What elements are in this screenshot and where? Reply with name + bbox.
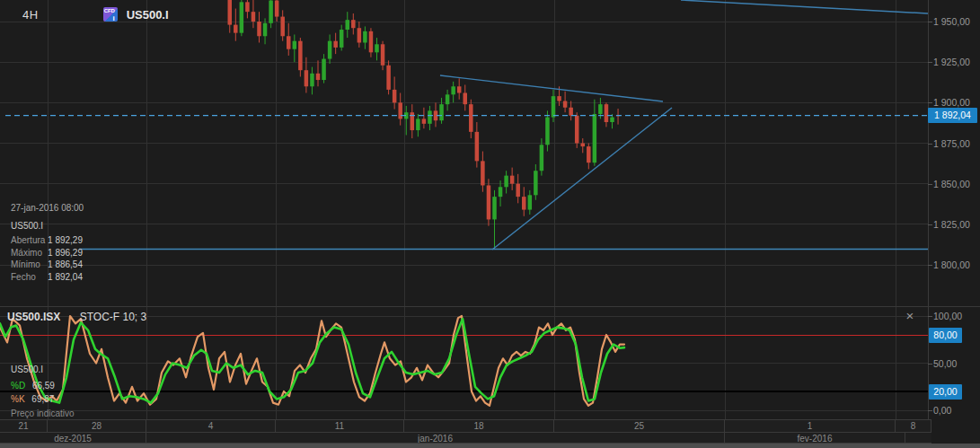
indicator-info-panel: US500.I %D 66,59 %K 69,87 Preço indicati… xyxy=(11,365,75,418)
month-axis-cell[interactable]: dez-2015 xyxy=(0,433,146,443)
price-axis-tick xyxy=(928,144,932,145)
price-axis-label: 1 825,00 xyxy=(933,219,970,230)
day-axis-cell[interactable]: 8 xyxy=(896,420,931,432)
info-instrument: US500.I xyxy=(11,221,83,231)
price-axis-label: 1 800,00 xyxy=(933,259,970,270)
indicator-axis-tick xyxy=(928,364,932,365)
high-value: 1 896,29 xyxy=(48,247,83,259)
cfd-instrument-icon: CFD i xyxy=(103,7,118,22)
high-row: Máximo 1 896,29 xyxy=(11,247,83,259)
price-axis-label: 1 925,00 xyxy=(933,57,970,67)
indicator-header: US500.ISX STOC-F 10; 3 xyxy=(7,311,146,323)
triangle-lower xyxy=(492,108,672,250)
indicator-axis-tick xyxy=(928,316,932,317)
percent-k-value: 69,87 xyxy=(31,394,54,404)
price-axis-tick xyxy=(928,22,932,22)
price-axis-label: 1 850,00 xyxy=(933,179,970,189)
long-downtrend xyxy=(681,0,928,13)
price-axis-label: 1 900,00 xyxy=(933,97,970,108)
low-value: 1 886,54 xyxy=(48,259,83,271)
axis-separator xyxy=(928,0,929,444)
price-axis-tick xyxy=(928,184,932,185)
stochastic-k-line xyxy=(0,316,624,406)
indicator-instrument-title[interactable]: US500.ISX xyxy=(7,311,60,323)
percent-k-row: %K 69,87 xyxy=(11,393,75,407)
indicator-params[interactable]: STOC-F 10; 3 xyxy=(80,311,146,323)
indicator-level-tag: 20,00 xyxy=(929,384,962,400)
crosshair-datetime: 27-jan-2016 08:00 xyxy=(11,203,83,213)
indicator-level-tag: 80,00 xyxy=(929,328,962,343)
price-axis-tick xyxy=(928,102,932,103)
month-axis-cell[interactable]: fev-2016 xyxy=(725,433,905,443)
open-row: Abertura 1 892,29 xyxy=(11,234,83,247)
panel-divider xyxy=(0,306,980,307)
indicative-price-note: Preço indicativo xyxy=(11,408,75,418)
indicator-axis-tick xyxy=(928,410,932,411)
ohlc-info-panel: 27-jan-2016 08:00 US500.I Abertura 1 892… xyxy=(11,203,83,283)
price-axis-tick xyxy=(928,62,932,63)
price-axis-label: 1 875,00 xyxy=(933,138,970,149)
open-value: 1 892,29 xyxy=(48,234,83,247)
time-axis-months[interactable]: dez-2015jan-2016fev-2016 xyxy=(0,432,931,444)
instrument-title[interactable]: US500.I xyxy=(127,8,169,22)
last-price-tag: 1 892,04 xyxy=(928,108,977,123)
day-axis-cell[interactable]: 1 xyxy=(725,420,896,432)
close-row: Fecho 1 892,04 xyxy=(11,271,83,284)
price-axis-label: 1 950,00 xyxy=(933,16,970,27)
chart-header: 4H CFD i US500.I xyxy=(22,6,169,22)
indicator-axis-label: 100,00 xyxy=(933,311,962,321)
candlestick-chart-canvas[interactable] xyxy=(0,0,928,306)
indicator-axis-label: 0,00 xyxy=(933,405,951,416)
close-indicator-button[interactable]: × xyxy=(902,308,918,324)
day-axis-cell[interactable]: 21 xyxy=(0,420,48,432)
price-axis-tick xyxy=(928,265,932,266)
time-axis-days[interactable]: 2128411182518 xyxy=(0,419,931,432)
percent-d-row: %D 66,59 xyxy=(11,380,75,393)
day-axis-cell[interactable]: 4 xyxy=(146,420,276,432)
trading-chart-window: 4H CFD i US500.I 27-jan-2016 08:00 US500… xyxy=(0,0,980,448)
low-row: Mínimo 1 886,54 xyxy=(11,259,83,271)
horizontal-scrollbar[interactable] xyxy=(0,444,980,448)
indicator-axis-label: 50,00 xyxy=(933,358,957,369)
day-axis-cell[interactable]: 28 xyxy=(48,420,146,432)
timeframe-label[interactable]: 4H xyxy=(22,8,39,22)
price-axis-tick xyxy=(928,224,932,225)
day-axis-cell[interactable]: 18 xyxy=(404,420,554,432)
day-axis-cell[interactable]: 25 xyxy=(554,420,725,432)
month-axis-cell[interactable]: jan-2016 xyxy=(146,433,725,443)
close-value: 1 892,04 xyxy=(48,271,83,284)
day-axis-cell[interactable]: 11 xyxy=(276,420,404,432)
percent-d-value: 66,59 xyxy=(32,381,55,391)
